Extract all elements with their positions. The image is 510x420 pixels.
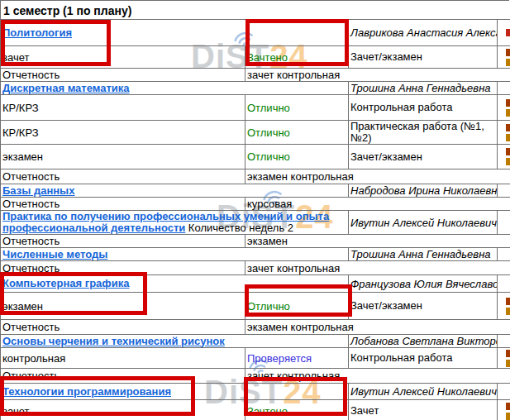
subject-cell: Компьютерная графика [1, 275, 349, 293]
clipped-column-cell [498, 335, 510, 348]
table-row-report: Отчетностьэкзамен контрольная [1, 169, 510, 184]
grade-value: Отлично [245, 95, 349, 121]
grade-value: Отлично [245, 121, 349, 145]
control-type: зачет [1, 46, 245, 69]
teacher-name: Набродова Ирина Николаевна [349, 184, 498, 198]
clipped-column-cell [498, 46, 510, 69]
report-label: Отчетность [1, 369, 245, 384]
subject-link[interactable]: Дискретная математика [2, 82, 130, 94]
grade-text: Отлично [247, 150, 290, 163]
subject-cell: Политология [1, 20, 349, 46]
subject-cell: Численные методы [1, 248, 349, 261]
clipped-text-fragment [506, 403, 510, 420]
table-row-report: Отчетностькурсовая [1, 198, 510, 211]
report-label: Отчетность [1, 261, 245, 275]
table-row-report: Отчетностьзачет контрольная [1, 261, 510, 275]
table-row-subject: Технологии программированияИвутин Алексе… [1, 384, 510, 400]
subject-cell: Дискретная математика [1, 82, 349, 95]
report-label: Отчетность [1, 235, 245, 248]
table-row-grade: контрольнаяПроверяетсяКонтрольная работа [1, 348, 510, 369]
report-value: курсовая [245, 198, 510, 211]
subject-link[interactable]: Политология [2, 26, 72, 39]
grade-value: Проверяется [245, 348, 349, 369]
subject-cell: Технологии программирования [1, 384, 349, 400]
clipped-column-cell [498, 293, 510, 320]
gradebook-page: DiST24 DiST24 DiST24 1 семестр (1 по пла… [0, 0, 510, 420]
table-row-report: Отчетностьзачет контрольная [1, 69, 510, 82]
table-row-subject: Основы черчения и технический рисунокЛоб… [1, 335, 510, 348]
report-label: Отчетность [1, 69, 245, 82]
clipped-column-cell [498, 20, 510, 46]
subject-cell: Практика по получению профессиональных у… [1, 211, 349, 235]
subject-link[interactable]: Численные методы [2, 248, 107, 260]
control-type: КР/КРЗ [1, 95, 245, 121]
grade-value: Отлично [245, 293, 349, 320]
subject-cell: Основы черчения и технический рисунок [1, 335, 349, 348]
table-row-report: Отчетностьэкзамен контрольная [1, 320, 510, 335]
control-type: экзамен [1, 145, 245, 169]
grade-text: Отлично [247, 126, 290, 139]
table-row-subject: Практика по получению профессиональных у… [1, 211, 510, 235]
report-label: Отчетность [1, 320, 245, 335]
table-row-report: Отчетностьзачет контрольная [1, 369, 510, 384]
semester-table: ПолитологияЛаврикова Анастасия Алексазач… [0, 19, 510, 420]
table-row-subject: Базы данныхНабродова Ирина Николаевна [1, 184, 510, 198]
table-row-grade: КР/КРЗОтличноКонтрольная работа [1, 95, 510, 121]
subject-link[interactable]: Компьютерная графика [2, 277, 129, 289]
table-row-grade: зачетЗачтеноЗачет [1, 400, 510, 420]
control-type: экзамен [1, 293, 245, 320]
table-row-grade: зачетЗачтеноЗачет/экзамен [1, 46, 510, 69]
clipped-column-cell [498, 95, 510, 121]
subject-extra-text: Количество недель 2 [185, 222, 293, 234]
teacher-name: Лаврикова Анастасия Алекса [349, 20, 498, 46]
grade-text: Зачтено [247, 51, 288, 64]
teacher-name: Ивутин Алексей Николаевич [349, 211, 498, 235]
table-row-subject: Численные методыТрошина Анна Геннадьевна [1, 248, 510, 261]
control-type: контрольная [1, 348, 245, 369]
clipped-text-fragment [506, 29, 510, 36]
assessment-form: Контрольная работа [349, 348, 498, 369]
clipped-column-cell [498, 121, 510, 145]
clipped-column-cell [498, 145, 510, 169]
table-row-subject: Компьютерная графикаФранцузова Юлия Вяче… [1, 275, 510, 293]
subject-link[interactable]: Основы черчения и технический рисунок [2, 335, 225, 347]
table-row-grade: КР/КРЗОтличноПрактическая работа (№1, №2… [1, 121, 510, 145]
report-value: экзамен контрольная [245, 320, 510, 335]
clipped-column-cell [498, 82, 510, 95]
subject-link[interactable]: Технологии программирования [2, 385, 171, 398]
report-value: зачет контрольная [245, 69, 510, 82]
teacher-name: Лобанова Светлана Викторо [349, 335, 498, 348]
report-value: зачет контрольная [245, 261, 510, 275]
semester-title: 1 семестр (1 по плану) [0, 0, 509, 19]
teacher-name: Ивутин Алексей Николаевич [349, 384, 498, 400]
control-type: зачет [1, 400, 245, 420]
report-value: экзамен контрольная [245, 169, 510, 184]
clipped-column-cell [498, 211, 510, 235]
grade-value: Зачтено [245, 46, 349, 69]
assessment-form: Зачет/экзамен [349, 145, 498, 169]
grade-value: Зачтено [245, 400, 349, 420]
grade-text: Отлично [247, 102, 290, 114]
clipped-column-cell [498, 275, 510, 293]
teacher-name: Французова Юлия Вячеславов [349, 275, 498, 293]
table-row-grade: экзаменОтличноЗачет/экзамен [1, 145, 510, 169]
clipped-column-cell [498, 348, 510, 369]
table-row-grade: экзаменОтличноЗачет/экзамен [1, 293, 510, 320]
report-value: зачет контрольная [245, 369, 510, 384]
teacher-name: Трошина Анна Геннадьевна [349, 82, 498, 95]
clipped-text-fragment [506, 350, 510, 367]
teacher-name: Трошина Анна Геннадьевна [349, 248, 498, 261]
subject-cell: Базы данных [1, 184, 349, 198]
control-type: КР/КРЗ [1, 121, 245, 145]
subject-link[interactable]: Базы данных [2, 184, 74, 197]
clipped-column-cell [498, 184, 510, 198]
assessment-form: Зачет/экзамен [349, 293, 498, 320]
clipped-column-cell [498, 248, 510, 261]
grade-value: Отлично [245, 145, 349, 169]
grade-text: Отлично [247, 300, 290, 313]
clipped-text-fragment [506, 99, 510, 117]
assessment-form: Практическая работа (№1, №2) [349, 121, 498, 145]
clipped-text-fragment [506, 148, 510, 165]
report-value: экзамен [245, 235, 510, 248]
report-label: Отчетность [1, 169, 245, 184]
